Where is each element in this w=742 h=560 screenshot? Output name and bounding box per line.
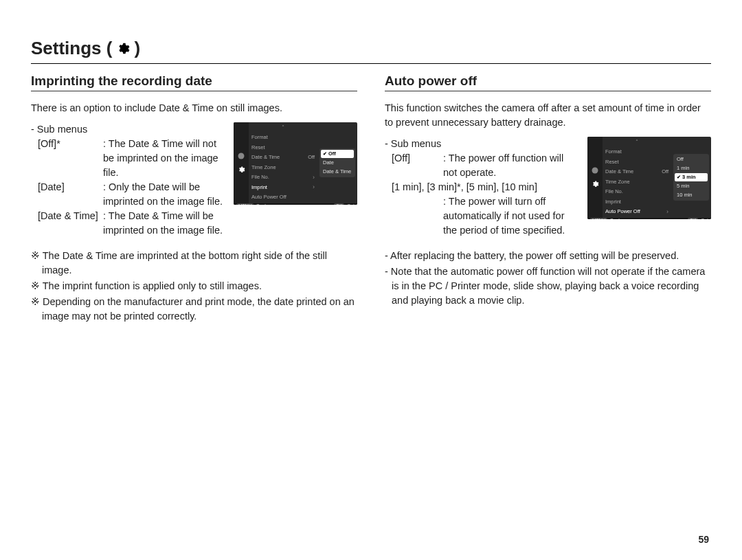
left-heading: Imprinting the recording date <box>31 74 357 91</box>
popup-option-active: Off <box>321 150 354 158</box>
menu-button-label: MENU <box>590 218 607 220</box>
ok-button-label: OK <box>688 218 698 220</box>
menu-item: Time Zone <box>251 164 276 170</box>
popup-option: Off <box>675 155 708 164</box>
popup-option: 5 min <box>675 182 708 190</box>
menu-item: File No. <box>605 188 623 194</box>
menu-item: Auto Power Off <box>251 194 286 200</box>
item-label: [Off] <box>392 151 443 180</box>
menu-item: File No. <box>251 174 269 180</box>
gear-icon <box>237 152 245 160</box>
menu-item: Imprint <box>605 199 621 205</box>
screen-footer: MENU Back OK Set <box>587 218 711 220</box>
popup-option: 1 min <box>675 164 708 172</box>
svg-point-0 <box>238 153 245 159</box>
menu-item: Date & Time <box>605 168 633 175</box>
ok-button-label: OK <box>334 203 344 205</box>
menu-item: Reset <box>251 144 265 150</box>
set-label: Set <box>347 203 355 205</box>
right-column: Auto power off This function switches th… <box>385 74 711 325</box>
chevron-right-icon <box>313 174 315 181</box>
right-intro: This function switches the camera off af… <box>385 101 711 130</box>
note: ※ The imprint function is applied only t… <box>31 279 357 293</box>
note: - After replacing the battery, the power… <box>385 249 711 263</box>
menu-item: Format <box>605 148 622 155</box>
chevron-up-icon: ˄ <box>605 139 668 145</box>
left-submenus: - Sub menus [Off]* : The Date & Time wil… <box>31 122 225 238</box>
title-prefix: Settings ( <box>31 38 112 59</box>
screen-left-strip <box>587 137 603 218</box>
chevron-right-icon <box>313 183 315 190</box>
note: ※ Depending on the manufacturer and prin… <box>31 295 357 324</box>
item-label: [Date] <box>38 180 103 209</box>
screen-left-strip <box>234 122 249 203</box>
left-column: Imprinting the recording date There is a… <box>31 74 357 325</box>
camera-screen-imprint: ˄ Format Reset Date & TimeOff Time Zone … <box>234 122 357 205</box>
menu-item: Date & Time <box>251 154 280 160</box>
menu-item-selected: Imprint <box>251 184 267 190</box>
note: - Note that the automatic power off func… <box>385 265 711 308</box>
item-desc: : The power off function will not operat… <box>443 151 579 180</box>
note: ※ The Date & Time are imprinted at the b… <box>31 249 357 278</box>
menu-item-selected: Auto Power Off <box>605 208 640 214</box>
page-number: 59 <box>698 534 709 545</box>
back-label: Back <box>256 203 267 205</box>
screen-footer: MENU Back OK Set <box>234 203 357 205</box>
page-title: Settings ( ) <box>31 38 711 64</box>
right-heading: Auto power off <box>385 74 711 91</box>
gear-icon <box>237 166 245 174</box>
set-label: Set <box>701 218 708 220</box>
title-suffix: ) <box>134 38 140 59</box>
screen-popup: Off Date Date & Time <box>317 122 357 203</box>
submenus-label: - Sub menus <box>385 137 579 151</box>
item-label: [Date & Time] <box>38 209 103 238</box>
screen-menu-list: ˄ Format Reset Date & TimeOff Time Zone … <box>249 122 317 203</box>
item-desc: : Only the Date will be imprinted on the… <box>103 180 225 209</box>
popup-option: Date & Time <box>321 168 354 176</box>
submenus-label: - Sub menus <box>31 122 225 137</box>
gear-icon <box>591 180 599 188</box>
left-intro: There is an option to include Date & Tim… <box>31 101 357 115</box>
menu-item: Format <box>251 134 268 140</box>
item-label: [1 min], [3 min]*, [5 min], [10 min] <box>392 180 579 194</box>
right-submenus: - Sub menus [Off] : The power off functi… <box>385 137 579 238</box>
menu-button-label: MENU <box>236 203 254 205</box>
popup-option: 10 min <box>675 191 708 199</box>
menu-value: Off <box>308 154 315 160</box>
menu-item: Time Zone <box>605 179 630 185</box>
gear-icon <box>116 42 130 56</box>
item-desc: : The power will turn off automatically … <box>392 194 579 238</box>
menu-item: Reset <box>605 159 619 165</box>
menu-value: Off <box>662 168 668 175</box>
svg-point-1 <box>592 167 598 173</box>
chevron-up-icon: ˄ <box>251 124 315 131</box>
item-desc: : The Date & Time will be imprinted on t… <box>103 209 225 238</box>
screen-menu-list: ˄ Format Reset Date & TimeOff Time Zone … <box>603 137 671 218</box>
back-label: Back <box>610 218 621 220</box>
camera-screen-autopoweroff: ˄ Format Reset Date & TimeOff Time Zone … <box>587 137 711 219</box>
chevron-right-icon <box>666 208 668 215</box>
item-desc: : The Date & Time will not be imprinted … <box>103 137 225 180</box>
popup-option: Date <box>321 159 354 167</box>
popup-option-active: 3 min <box>675 173 708 181</box>
screen-popup: Off 1 min 3 min 5 min 10 min <box>671 137 711 218</box>
item-label: [Off]* <box>38 137 103 180</box>
gear-icon <box>591 166 599 175</box>
